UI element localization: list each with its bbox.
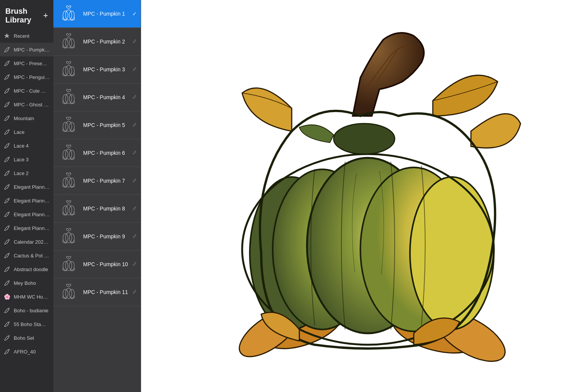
sidebar-item-abstract-doodle[interactable]: Abstract doodle — [0, 262, 53, 276]
sidebar-item-lace-4[interactable]: Lace 4 — [0, 139, 53, 153]
sidebar-item-boho-budianie[interactable]: Boho - budianie — [0, 304, 53, 317]
canvas-area — [141, 0, 572, 392]
sidebar-item-label-mpc-present-set: MPC - Present Set — [14, 61, 50, 66]
brush-item-pumpkin-5[interactable]: MPC - Pumpkin 5 — [53, 111, 141, 139]
brush-indicator — [132, 122, 137, 128]
brush-item-pumpkin-6[interactable]: MPC - Pumpkin 6 — [53, 139, 141, 167]
sidebar-item-recent[interactable]: Recent — [0, 29, 53, 43]
brush-icon — [3, 183, 11, 191]
brush-icon — [3, 320, 11, 328]
brush-icon — [3, 169, 11, 177]
brush-icon — [3, 59, 11, 67]
brush-thumbnail-pumpkin-4 — [57, 86, 80, 109]
sidebar-item-label-boho-set: Boho Set — [14, 335, 34, 341]
brush-info-pumpkin-7: MPC - Pumpkin 7 — [83, 178, 137, 184]
brush-item-pumpkin-7[interactable]: MPC - Pumpkin 7 — [53, 167, 141, 195]
sidebar-items-container: RecentMPC - Pumpkin SetMPC - Present Set… — [0, 29, 53, 358]
sidebar-item-label-elegant-planner-3: Elegant Planner 3 — [14, 198, 50, 204]
brush-icon — [3, 156, 11, 163]
brush-icon — [3, 73, 11, 81]
sidebar-item-label-55-boho-stamps: 55 Boho Stamps — [14, 321, 50, 327]
brush-thumbnail-pumpkin-8 — [57, 197, 80, 220]
brush-icon — [3, 46, 11, 53]
sidebar-item-lace[interactable]: Lace — [0, 125, 53, 139]
brush-selected-check: ✓ — [132, 11, 137, 17]
svg-point-42 — [410, 177, 494, 329]
sidebar-item-lace-3[interactable]: Lace 3 — [0, 153, 53, 166]
brush-name-pumpkin-1: MPC - Pumpkin 1 — [83, 11, 137, 17]
brush-indicator — [132, 289, 137, 295]
brush-icon — [3, 128, 11, 136]
brush-item-pumpkin-1[interactable]: MPC - Pumpkin 1✓ — [53, 0, 141, 28]
brush-indicator — [132, 206, 137, 211]
brush-info-pumpkin-1: MPC - Pumpkin 1 — [83, 11, 137, 17]
brush-info-pumpkin-4: MPC - Pumpkin 4 — [83, 94, 137, 100]
svg-marker-0 — [4, 33, 10, 38]
sidebar-item-mpc-pumpkin-set[interactable]: MPC - Pumpkin Set — [0, 43, 53, 56]
brush-icon — [3, 252, 11, 259]
sidebar-item-afro-40[interactable]: AFRO_40 — [0, 345, 53, 358]
brush-item-pumpkin-4[interactable]: MPC - Pumpkin 4 — [53, 84, 141, 111]
sidebar-item-mey-boho[interactable]: Mey Boho — [0, 276, 53, 290]
brush-indicator — [132, 95, 137, 100]
brush-thumbnail-pumpkin-6 — [57, 141, 80, 164]
brush-item-pumpkin-9[interactable]: MPC - Pumpkin 9 — [53, 223, 141, 251]
brush-indicator — [132, 178, 137, 183]
brush-thumbnail-pumpkin-1 — [57, 2, 80, 25]
svg-point-44 — [334, 124, 395, 154]
brush-name-pumpkin-4: MPC - Pumpkin 4 — [83, 94, 137, 100]
sidebar-item-elegant-planner-2[interactable]: Elegant Planner 2 — [0, 207, 53, 221]
sidebar-title: Brush Library — [5, 7, 43, 24]
sidebar: Brush Library + RecentMPC - Pumpkin SetM… — [0, 0, 53, 392]
pumpkin-illustration — [185, 24, 528, 368]
brush-name-pumpkin-10: MPC - Pumpkin 10 — [83, 261, 137, 267]
brush-icon — [3, 210, 11, 218]
sidebar-item-mountain[interactable]: Mountain — [0, 111, 53, 125]
sidebar-item-mpc-cute-monster[interactable]: MPC - Cute Monster... — [0, 84, 53, 98]
sidebar-item-cactus-pot[interactable]: Cactus & Pot Stamp — [0, 249, 53, 262]
brush-icon — [3, 307, 11, 314]
brush-icon — [3, 334, 11, 342]
sidebar-item-label-boho-budianie: Boho - budianie — [14, 308, 48, 313]
sidebar-item-boho-set[interactable]: Boho Set — [0, 331, 53, 345]
brush-item-pumpkin-8[interactable]: MPC - Pumpkin 8 — [53, 195, 141, 223]
brush-item-pumpkin-3[interactable]: MPC - Pumpkin 3 — [53, 56, 141, 84]
sidebar-item-55-boho-stamps[interactable]: 55 Boho Stamps — [0, 317, 53, 331]
sidebar-item-elegant-planner-4[interactable]: Elegant Planner 4 — [0, 180, 53, 194]
sidebar-item-label-lace-3: Lace 3 — [14, 157, 29, 162]
sidebar-item-label-elegant-planner-4: Elegant Planner 4 — [14, 184, 50, 190]
sidebar-item-mhm-wc-housep[interactable]: 🌸MHM WC Housep... — [0, 290, 53, 304]
brush-info-pumpkin-9: MPC - Pumpkin 9 — [83, 233, 137, 239]
brush-item-pumpkin-2[interactable]: MPC - Pumpkin 2 — [53, 28, 141, 56]
sidebar-item-lace-2[interactable]: Lace 2 — [0, 166, 53, 180]
brush-name-pumpkin-2: MPC - Pumpkin 2 — [83, 39, 137, 45]
brush-info-pumpkin-11: MPC - Pumpkin 11 — [83, 289, 137, 295]
brush-icon — [3, 265, 11, 273]
brush-info-pumpkin-6: MPC - Pumpkin 6 — [83, 150, 137, 156]
sidebar-header: Brush Library + — [0, 0, 53, 29]
sidebar-item-mpc-present-set[interactable]: MPC - Present Set — [0, 56, 53, 70]
brush-icon — [3, 238, 11, 246]
sidebar-item-elegant-planner-1[interactable]: Elegant Planner 1 — [0, 221, 53, 235]
brush-item-pumpkin-11[interactable]: MPC - Pumpkin 11 — [53, 278, 141, 306]
brush-icon — [3, 101, 11, 108]
brush-icon — [3, 348, 11, 355]
brush-icon — [3, 279, 11, 287]
sidebar-item-label-mpc-pumpkin-set: MPC - Pumpkin Set — [14, 47, 50, 53]
sidebar-item-label-recent: Recent — [14, 33, 29, 39]
sidebar-item-mpc-penguin-snow[interactable]: MPC - Penguin Snow... — [0, 70, 53, 84]
sidebar-item-label-calendar-2024: Calendar 2024 Grid — [14, 239, 50, 245]
sidebar-item-elegant-planner-3[interactable]: Elegant Planner 3 — [0, 194, 53, 207]
brush-indicator — [132, 234, 137, 239]
sidebar-item-label-lace-2: Lace 2 — [14, 170, 29, 176]
star-icon — [3, 32, 11, 40]
brush-item-pumpkin-10[interactable]: MPC - Pumpkin 10 — [53, 251, 141, 278]
flower-icon: 🌸 — [3, 293, 11, 300]
sidebar-item-label-elegant-planner-2: Elegant Planner 2 — [14, 212, 50, 217]
brush-thumbnail-pumpkin-3 — [57, 58, 80, 81]
sidebar-item-calendar-2024[interactable]: Calendar 2024 Grid — [0, 235, 53, 249]
brush-name-pumpkin-9: MPC - Pumpkin 9 — [83, 233, 137, 239]
add-brush-set-button[interactable]: + — [43, 11, 48, 20]
sidebar-item-mpc-ghost-set[interactable]: MPC - Ghost Set — [0, 98, 53, 111]
sidebar-item-label-mey-boho: Mey Boho — [14, 280, 36, 286]
